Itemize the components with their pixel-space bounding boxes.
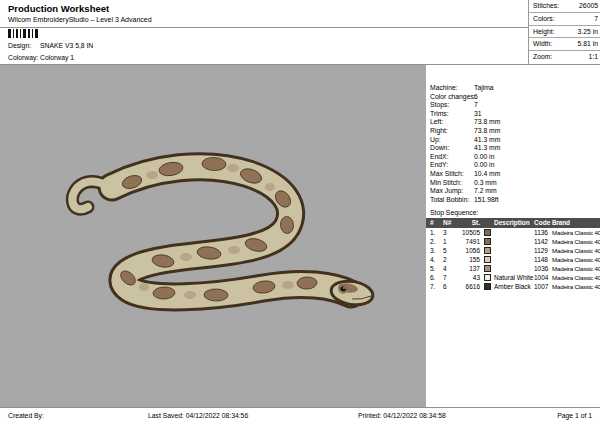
machine-info-label: Up: — [430, 136, 441, 143]
machine-info-row: Total Bobbin:151.98ft — [426, 196, 600, 205]
page-number: Page 1 of 1 — [557, 412, 592, 419]
design-name: SNAKE V3 5,8 IN — [40, 42, 93, 49]
machine-info-label: Trims: — [430, 110, 449, 117]
col-header-code: Code — [534, 219, 550, 226]
snake-embroidery-design — [0, 65, 426, 407]
machine-info-value: 151.98ft — [474, 196, 499, 203]
machine-info-value: Tajima — [474, 84, 494, 91]
design-row: Design:SNAKE V3 5,8 IN — [8, 42, 93, 49]
machine-info-label: Max Jump: — [430, 187, 463, 194]
seq-code: 1136 — [534, 229, 548, 236]
seq-num: 1. — [430, 229, 435, 236]
thread-color-chip — [484, 265, 491, 272]
seq-code: 1148 — [534, 256, 548, 263]
seq-stitches: 43 — [454, 274, 480, 281]
seq-num: 6. — [430, 274, 435, 281]
machine-info-value: 0.00 in — [474, 161, 494, 168]
machine-info-value: 0.00 in — [474, 153, 494, 160]
machine-info-row: EndY:0.00 in — [426, 161, 600, 170]
machine-info-value: 0.3 mm — [474, 179, 497, 186]
seq-code: 1004 — [534, 274, 548, 281]
seq-num: 5. — [430, 265, 435, 272]
seq-brand: Madeira Classic 40 — [552, 283, 599, 290]
machine-info-row: Machine:Tajima — [426, 84, 600, 93]
snake-eye — [340, 286, 345, 291]
seq-code: 1007 — [534, 283, 548, 290]
seq-needle: 6 — [443, 283, 447, 290]
machine-info-value: 73.8 mm — [474, 127, 500, 134]
stat-label: Width: — [533, 40, 552, 47]
seq-code: 1036 — [534, 265, 548, 272]
machine-info-row: EndX:0.00 in — [426, 153, 600, 162]
thread-color-chip — [484, 247, 491, 254]
design-label: Design: — [8, 42, 40, 49]
last-saved-text: Last Saved: 04/12/2022 08:34:56 — [148, 412, 248, 419]
printed-value: 04/12/2022 08:34:58 — [383, 412, 445, 419]
seq-num: 2. — [430, 238, 435, 245]
seq-description: Amber Black — [494, 283, 533, 290]
machine-info-list: Machine:Tajima Color changes:6 Stops:7 T… — [426, 84, 600, 204]
seq-code: 1142 — [534, 238, 548, 245]
machine-info-label: Right: — [430, 127, 448, 134]
stat-value: 26005 — [579, 2, 598, 9]
last-saved-value: 04/12/2022 08:34:56 — [186, 412, 248, 419]
seq-brand: Madeira Classic 40 — [552, 265, 599, 272]
machine-info-value: 7 — [474, 101, 478, 108]
last-saved-label: Last Saved: — [148, 412, 184, 419]
machine-info-label: Min Stitch: — [430, 179, 462, 186]
stat-row-zoom: Zoom: 1:1 — [529, 51, 600, 63]
machine-info-label: Max Stitch: — [430, 170, 464, 177]
seq-brand: Madeira Classic 40 — [552, 229, 599, 236]
col-header-num: # — [430, 219, 434, 226]
machine-info-row: Max Stitch:10.4 mm — [426, 170, 600, 179]
thread-color-chip — [484, 229, 491, 236]
stop-sequence-row: 7. 6 6616 Amber Black 1007 Madeira Class… — [426, 282, 600, 291]
design-stats-box: Stitches: 26005 Colors: 7 Height: 3.25 i… — [528, 0, 600, 64]
seq-brand: Madeira Classic 40 — [552, 256, 599, 263]
seq-num: 3. — [430, 247, 435, 254]
col-header-stitches: St. — [454, 219, 480, 226]
stat-value: 1:1 — [589, 53, 598, 60]
stat-row-stitches: Stitches: 26005 — [529, 0, 600, 13]
seq-brand: Madeira Classic 40 — [552, 238, 599, 245]
machine-info-panel: Machine:Tajima Color changes:6 Stops:7 T… — [426, 65, 600, 407]
seq-needle: 4 — [443, 265, 447, 272]
machine-info-label: Machine: — [430, 84, 458, 91]
seq-code: 1129 — [534, 247, 548, 254]
stop-sequence-row: 3. 5 1056 1129 Madeira Classic 40 — [426, 246, 600, 255]
stop-sequence-row: 6. 7 43 Natural White 1004 Madeira Class… — [426, 273, 600, 282]
printed-label: Printed: — [358, 412, 381, 419]
machine-info-value: 6 — [474, 93, 478, 100]
machine-info-row: Up:41.3 mm — [426, 136, 600, 145]
thread-color-chip — [484, 238, 491, 245]
seq-description: Natural White — [494, 274, 533, 281]
thread-color-chip — [484, 274, 491, 281]
col-header-needle: N# — [443, 219, 451, 226]
design-preview-canvas — [0, 65, 426, 407]
production-worksheet-page: Production Worksheet Wilcom EmbroiderySt… — [0, 0, 600, 424]
machine-info-value: 7.2 mm — [474, 187, 497, 194]
seq-stitches: 137 — [454, 265, 480, 272]
stat-value: 7 — [594, 15, 598, 22]
machine-info-value: 31 — [474, 110, 482, 117]
machine-info-row: Down:41.3 mm — [426, 144, 600, 153]
seq-stitches: 7491 — [454, 238, 480, 245]
stat-row-width: Width: 5.81 in — [529, 38, 600, 51]
machine-info-row: Min Stitch:0.3 mm — [426, 179, 600, 188]
thread-color-chip — [484, 256, 491, 263]
created-by-label: Created By: — [8, 412, 44, 419]
seq-stitches: 10505 — [454, 229, 480, 236]
machine-info-value: 10.4 mm — [474, 170, 500, 177]
col-header-brand: Brand — [552, 219, 599, 226]
seq-stitches: 1056 — [454, 247, 480, 254]
seq-num: 7. — [430, 283, 435, 290]
colorway-label: Colorway: — [8, 54, 40, 61]
col-header-description: Description — [494, 219, 533, 226]
machine-info-value: 41.3 mm — [474, 136, 500, 143]
stop-sequence-title: Stop Sequence: — [426, 209, 600, 218]
machine-info-row: Trims:31 — [426, 110, 600, 119]
stat-label: Zoom: — [533, 53, 552, 60]
seq-brand: Madeira Classic 40 — [552, 247, 599, 254]
header-divider — [0, 27, 528, 28]
worksheet-footer: Created By: Last Saved: 04/12/2022 08:34… — [0, 407, 600, 424]
